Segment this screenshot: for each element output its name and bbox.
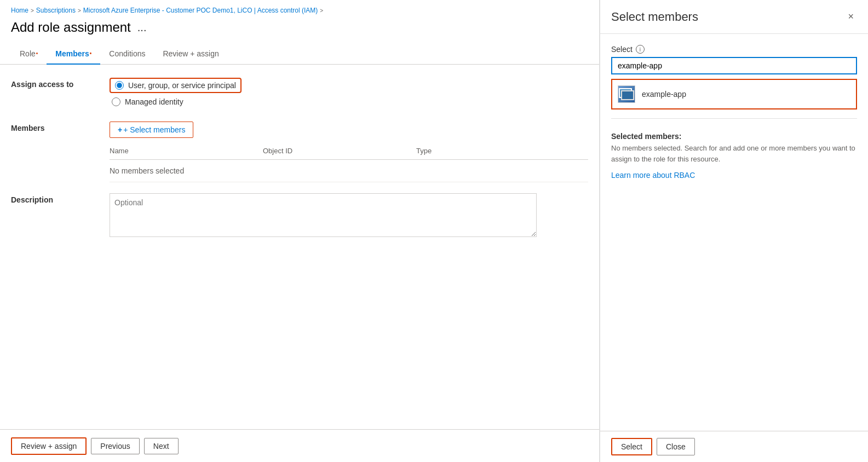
app-icon: [618, 85, 635, 103]
description-field: [110, 193, 588, 239]
right-panel-footer: Select Close: [600, 431, 868, 462]
tabs-bar: Role• Members• Conditions Review + assig…: [0, 44, 599, 65]
table-header: Name Object ID Type: [110, 142, 588, 160]
radio-managed-identity-label: Managed identity: [125, 97, 183, 106]
description-label: Description: [11, 193, 110, 204]
page-more-options[interactable]: ...: [137, 21, 147, 34]
review-assign-button[interactable]: Review + assign: [11, 437, 87, 455]
breadcrumb-subscriptions[interactable]: Subscriptions: [36, 7, 76, 14]
plus-icon: +: [118, 125, 122, 134]
radio-managed-identity[interactable]: Managed identity: [112, 97, 588, 106]
learn-more-link[interactable]: Learn more about RBAC: [611, 171, 695, 180]
selected-members-section: Selected members: No members selected. S…: [611, 132, 857, 180]
select-button[interactable]: Select: [611, 438, 652, 455]
radio-user-group[interactable]: User, group, or service principal: [110, 78, 588, 93]
role-dot: •: [36, 50, 38, 56]
close-panel-button[interactable]: ×: [844, 9, 857, 25]
info-icon[interactable]: i: [636, 45, 645, 54]
no-members-row: No members selected: [110, 160, 588, 182]
breadcrumb: Home > Subscriptions > Microsoft Azure E…: [0, 0, 599, 18]
members-label: Members: [11, 122, 110, 132]
page-title-area: Add role assignment ...: [0, 18, 599, 44]
select-section: Select i example-app: [611, 45, 857, 119]
description-textarea[interactable]: [110, 193, 537, 237]
breadcrumb-sep-3: >: [320, 8, 323, 14]
right-panel-title: Select members: [611, 10, 698, 24]
assign-access-row: Assign access to User, group, or service…: [11, 78, 588, 111]
tab-role[interactable]: Role•: [11, 44, 47, 65]
breadcrumb-sep-1: >: [31, 8, 34, 14]
radio-highlighted-wrapper: User, group, or service principal: [110, 78, 242, 93]
bottom-bar-left: Review + assign Previous Next: [11, 437, 588, 455]
page-title: Add role assignment: [11, 20, 131, 35]
radio-user-group-input[interactable]: [115, 81, 124, 90]
tab-conditions[interactable]: Conditions: [100, 44, 154, 65]
breadcrumb-iam[interactable]: Microsoft Azure Enterprise - Customer PO…: [83, 7, 318, 14]
members-table: Name Object ID Type No members selected: [110, 142, 588, 182]
search-result-item[interactable]: example-app: [611, 79, 857, 109]
members-dot: •: [90, 50, 92, 56]
breadcrumb-home[interactable]: Home: [11, 7, 28, 14]
description-row: Description: [11, 193, 588, 239]
selected-members-desc: No members selected. Search for and add …: [611, 143, 857, 164]
right-panel: Select members × Select i: [600, 0, 868, 462]
result-name: example-app: [642, 90, 686, 99]
right-panel-content: Select i example-app: [600, 34, 868, 431]
bottom-bar: Review + assign Previous Next: [0, 429, 599, 462]
next-button[interactable]: Next: [144, 438, 179, 454]
assign-access-label: Assign access to: [11, 78, 110, 89]
radio-user-group-label: User, group, or service principal: [128, 81, 236, 90]
selected-members-title: Selected members:: [611, 132, 857, 141]
col-object-header: Object ID: [263, 147, 416, 155]
close-button[interactable]: Close: [657, 438, 695, 455]
divider: [611, 118, 857, 119]
select-members-btn-label: + Select members: [123, 125, 185, 134]
select-field-label: Select i: [611, 45, 857, 54]
radio-managed-identity-input[interactable]: [112, 97, 120, 106]
assign-access-field: User, group, or service principal Manage…: [110, 78, 588, 111]
col-name-header: Name: [110, 147, 263, 155]
search-input[interactable]: [612, 58, 856, 73]
tab-members[interactable]: Members•: [47, 44, 100, 65]
previous-button[interactable]: Previous: [91, 438, 139, 454]
main-content: Assign access to User, group, or service…: [0, 65, 599, 429]
col-type-header: Type: [416, 147, 526, 155]
select-members-button[interactable]: + + Select members: [110, 122, 193, 138]
members-row: Members + + Select members Name Object I…: [11, 122, 588, 182]
search-input-wrapper: [611, 57, 857, 74]
right-panel-header: Select members ×: [600, 0, 868, 34]
tab-review-assign[interactable]: Review + assign: [154, 44, 227, 65]
breadcrumb-sep-2: >: [78, 8, 81, 14]
members-field: + + Select members Name Object ID Type N…: [110, 122, 588, 182]
